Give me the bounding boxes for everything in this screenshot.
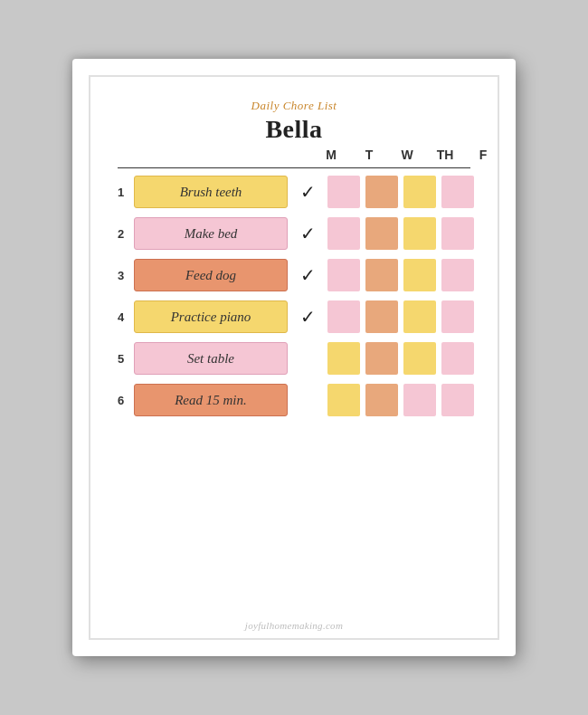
divider [118, 167, 470, 168]
check-cell: ✓ [291, 176, 324, 208]
day-cell [365, 300, 398, 333]
day-cell [365, 217, 398, 250]
day-cell [327, 176, 360, 208]
day-headers: MTWTHF [315, 148, 499, 162]
day-cell [441, 300, 474, 333]
day-cell [327, 342, 360, 375]
chore-number: 1 [118, 186, 134, 199]
day-cell [403, 384, 436, 416]
day-cell [327, 259, 360, 291]
chore-number: 5 [118, 352, 134, 366]
frame-inner: Daily Chore List Bella MTWTHF 1Brush tee… [89, 75, 499, 640]
chore-row: 3Feed dog✓ [118, 259, 470, 291]
day-header: W [391, 148, 423, 162]
chore-label: Make bed [134, 217, 288, 250]
chore-label: Brush teeth [134, 176, 288, 208]
day-cells [327, 384, 474, 416]
chore-label: Feed dog [134, 259, 288, 291]
day-cell [327, 217, 360, 250]
day-cells [327, 259, 474, 291]
chore-label: Set table [134, 342, 288, 375]
chore-row: 6Read 15 min. [118, 384, 470, 416]
frame-outer: Daily Chore List Bella MTWTHF 1Brush tee… [72, 59, 516, 656]
check-cell [291, 384, 324, 416]
day-header: F [467, 148, 499, 162]
day-cells [327, 217, 474, 250]
day-header: TH [429, 148, 461, 162]
day-cell [403, 300, 436, 333]
day-cell [441, 176, 474, 208]
check-cell: ✓ [291, 300, 324, 333]
day-cell [403, 176, 436, 208]
header-row: MTWTHF [118, 148, 470, 162]
day-cell [441, 342, 474, 375]
chore-number: 3 [118, 269, 134, 282]
chore-row: 5Set table [118, 342, 470, 375]
chore-label: Read 15 min. [134, 384, 288, 416]
day-cells [327, 342, 474, 375]
day-cells [327, 176, 474, 208]
chore-number: 2 [118, 227, 134, 241]
day-cell [403, 342, 436, 375]
day-cell [365, 176, 398, 208]
day-cell [403, 259, 436, 291]
chore-number: 6 [118, 394, 134, 407]
day-cell [441, 217, 474, 250]
check-cell: ✓ [291, 259, 324, 291]
chore-row: 4Practice piano✓ [118, 300, 470, 333]
day-cells [327, 300, 474, 333]
child-name: Bella [265, 115, 322, 144]
day-header: M [315, 148, 347, 162]
chore-row: 2Make bed✓ [118, 217, 470, 250]
chore-row: 1Brush teeth✓ [118, 176, 470, 208]
day-cell [365, 259, 398, 291]
day-cell [441, 259, 474, 291]
check-cell: ✓ [291, 217, 324, 250]
day-header: T [353, 148, 385, 162]
check-cell [291, 342, 324, 375]
watermark: joyfulhomemaking.com [90, 620, 498, 631]
chore-label: Practice piano [134, 300, 288, 333]
day-cell [327, 384, 360, 416]
day-cell [441, 384, 474, 416]
chore-number: 4 [118, 310, 134, 324]
day-cell [365, 384, 398, 416]
day-cell [403, 217, 436, 250]
chore-list: 1Brush teeth✓2Make bed✓3Feed dog✓4Practi… [118, 176, 470, 425]
subtitle: Daily Chore List [251, 99, 337, 113]
day-cell [365, 342, 398, 375]
day-cell [327, 300, 360, 333]
